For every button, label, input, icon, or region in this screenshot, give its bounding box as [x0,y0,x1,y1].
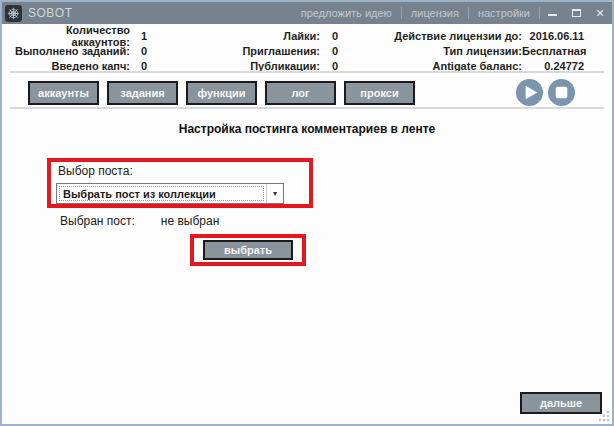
tab-log[interactable]: лог [265,81,336,105]
chosen-post-row: Выбран пост: не выбран [60,214,219,228]
stat-label: Приглашения: [230,45,320,57]
stat-label: Лайки: [230,30,320,42]
stats-accounts-group: Количество аккаунтов: 1 Выполнено задани… [12,28,147,73]
stat-row: Тип лицензии: Бесплатная [394,43,584,58]
stat-value: Бесплатная [522,45,584,57]
menu-license[interactable]: лицензия [402,7,468,19]
stat-label: Antigate баланс: [394,60,522,72]
stat-value: 1 [141,30,147,42]
maximize-button[interactable] [564,2,588,24]
dropdown-selected-value: Выбрать пост из коллекции [59,186,264,201]
stat-row: Лайки: 0 [230,28,338,43]
next-button[interactable]: дальше [520,392,602,414]
chosen-post-label: Выбран пост: [60,214,135,228]
stat-label: Публикации: [230,60,320,72]
page-title: Настройка постинга комментариев в ленте [2,122,612,136]
minimize-icon [548,14,557,16]
tab-proxy[interactable]: прокси [344,81,415,105]
stat-value: 0 [332,60,338,72]
stat-row: Количество аккаунтов: 1 [12,28,147,43]
stat-value: 2016.06.11 [522,30,584,42]
app-window: SOBOT предложить идею лицензия настройки… [0,0,614,426]
post-collection-dropdown[interactable]: Выбрать пост из коллекции ▾ [56,183,284,204]
stats-divider [10,71,604,73]
spider-web-icon [5,5,22,22]
tab-bar: аккаунты задания функции лог прокси [28,81,415,105]
menu-settings[interactable]: настройки [469,7,539,19]
play-button[interactable] [515,78,544,107]
tabs-divider [10,107,604,109]
stop-button[interactable] [547,78,576,107]
resize-grip[interactable] [598,410,610,422]
maximize-icon [572,9,581,17]
stat-value: 0 [141,60,147,72]
post-choice-label: Выбор поста: [58,164,133,178]
minimize-button[interactable] [540,2,564,24]
stat-label: Действие лицензии до: [394,30,522,42]
close-button[interactable]: ✕ [588,2,612,24]
choose-post-button[interactable]: выбрать [203,240,293,260]
app-title: SOBOT [28,6,73,20]
tab-tasks[interactable]: задания [107,81,178,105]
highlight-box-choose-button: выбрать [190,234,306,266]
stat-row: Действие лицензии до: 2016.06.11 [394,28,584,43]
chevron-down-icon[interactable]: ▾ [266,184,283,203]
stats-activity-group: Лайки: 0 Приглашения: 0 Публикации: 0 [230,28,338,73]
stat-row: Приглашения: 0 [230,43,338,58]
tab-functions[interactable]: функции [186,81,257,105]
tab-accounts[interactable]: аккаунты [28,81,99,105]
stat-value: 0 [141,45,147,57]
stat-value: 0.24772 [522,60,584,72]
stat-label: Выполнено заданий: [12,45,130,57]
stats-license-group: Действие лицензии до: 2016.06.11 Тип лиц… [394,28,584,73]
chosen-post-value: не выбран [161,214,219,228]
close-icon: ✕ [595,7,604,20]
stat-value: 0 [332,30,338,42]
stop-icon [556,87,568,99]
run-controls [515,78,576,107]
titlebar-menu: предложить идею лицензия настройки ✕ [292,2,612,24]
stat-row: Выполнено заданий: 0 [12,43,147,58]
stat-label: Тип лицензии: [394,45,522,57]
titlebar: SOBOT предложить идею лицензия настройки… [2,2,612,24]
menu-suggest-idea[interactable]: предложить идею [292,7,401,19]
highlight-box-post-select: Выбор поста: Выбрать пост из коллекции ▾ [47,158,313,208]
stat-value: 0 [332,45,338,57]
stat-label: Введено капч: [12,60,130,72]
